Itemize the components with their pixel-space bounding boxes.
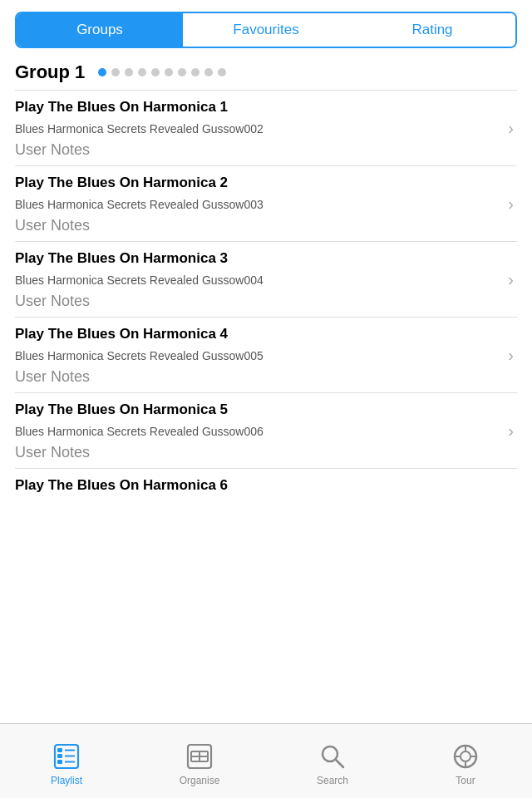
item-title: Play The Blues On Harmonica 6 [15, 477, 517, 494]
chevron-right-icon: › [508, 346, 514, 365]
playlist-icon [52, 741, 81, 771]
user-notes: User Notes [15, 444, 517, 461]
list-item: Play The Blues On Harmonica 4Blues Harmo… [0, 318, 532, 392]
item-subtitle-row[interactable]: Blues Harmonica Secrets Revealed Gussow0… [15, 346, 517, 365]
list-item: Play The Blues On Harmonica 3Blues Harmo… [0, 242, 532, 317]
user-notes: User Notes [15, 141, 517, 159]
item-subtitle-row[interactable]: Blues Harmonica Secrets Revealed Gussow0… [15, 270, 517, 289]
item-subtitle: Blues Harmonica Secrets Revealed Gussow0… [15, 122, 264, 135]
pagination-dot-3[interactable] [138, 68, 146, 76]
pagination-dot-7[interactable] [191, 68, 200, 76]
svg-line-15 [336, 760, 343, 767]
pagination-dot-4[interactable] [151, 68, 160, 76]
pagination-dot-0[interactable] [98, 68, 106, 76]
pagination-dot-9[interactable] [218, 68, 226, 76]
list-item: Play The Blues On Harmonica 5Blues Harmo… [0, 393, 532, 468]
nav-label-playlist: Playlist [51, 775, 82, 786]
item-subtitle: Blues Harmonica Secrets Revealed Gussow0… [15, 425, 264, 438]
pagination-dot-8[interactable] [204, 68, 213, 76]
svg-rect-1 [57, 748, 62, 752]
pagination-dot-5[interactable] [165, 68, 173, 76]
organise-icon [185, 741, 214, 771]
group-title: Group 1 [15, 62, 85, 83]
item-title: Play The Blues On Harmonica 2 [15, 175, 517, 191]
item-title: Play The Blues On Harmonica 5 [15, 401, 517, 418]
pagination-dot-1[interactable] [111, 68, 120, 76]
pagination-dot-2[interactable] [125, 68, 133, 76]
item-subtitle: Blues Harmonica Secrets Revealed Gussow0… [15, 198, 264, 211]
item-title: Play The Blues On Harmonica 4 [15, 326, 517, 342]
list-item: Play The Blues On Harmonica 6 [0, 469, 532, 502]
tab-rating[interactable]: Rating [349, 13, 515, 47]
svg-point-17 [461, 751, 470, 761]
item-subtitle-row[interactable]: Blues Harmonica Secrets Revealed Gussow0… [15, 421, 517, 441]
bottom-nav: Playlist Organise Search [0, 723, 532, 798]
item-subtitle-row[interactable]: Blues Harmonica Secrets Revealed Gussow0… [15, 195, 517, 214]
item-subtitle-row[interactable]: Blues Harmonica Secrets Revealed Gussow0… [15, 119, 517, 138]
list-item: Play The Blues On Harmonica 2Blues Harmo… [0, 166, 532, 241]
svg-rect-3 [57, 760, 62, 764]
user-notes: User Notes [15, 293, 517, 310]
user-notes: User Notes [15, 368, 517, 386]
user-notes: User Notes [15, 217, 517, 234]
nav-item-playlist[interactable]: Playlist [0, 736, 133, 786]
content-scroll: Group 1 Play The Blues On Harmonica 1Blu… [0, 57, 532, 733]
chevron-right-icon: › [508, 270, 514, 289]
group-header: Group 1 [0, 57, 532, 90]
chevron-right-icon: › [508, 119, 514, 138]
nav-label-tour: Tour [456, 775, 475, 786]
item-title: Play The Blues On Harmonica 3 [15, 250, 517, 267]
item-subtitle: Blues Harmonica Secrets Revealed Gussow0… [15, 349, 264, 362]
tab-favourites[interactable]: Favourites [183, 13, 349, 47]
item-title: Play The Blues On Harmonica 1 [15, 99, 517, 116]
item-subtitle: Blues Harmonica Secrets Revealed Gussow0… [15, 273, 264, 287]
tab-groups[interactable]: Groups [17, 13, 183, 47]
nav-item-organise[interactable]: Organise [133, 736, 266, 786]
list-container: Play The Blues On Harmonica 1Blues Harmo… [0, 91, 532, 502]
nav-label-search: Search [317, 775, 348, 786]
pagination-dots [98, 68, 226, 76]
pagination-dot-6[interactable] [178, 68, 186, 76]
nav-label-organise: Organise [180, 775, 220, 786]
svg-rect-2 [57, 754, 62, 758]
top-tab-bar: Groups Favourites Rating [15, 12, 517, 48]
tour-icon [451, 741, 480, 771]
chevron-right-icon: › [508, 421, 514, 441]
chevron-right-icon: › [508, 195, 514, 214]
list-item: Play The Blues On Harmonica 1Blues Harmo… [0, 91, 532, 165]
search-icon [318, 741, 347, 771]
nav-item-tour[interactable]: Tour [399, 736, 532, 786]
nav-item-search[interactable]: Search [266, 736, 399, 786]
